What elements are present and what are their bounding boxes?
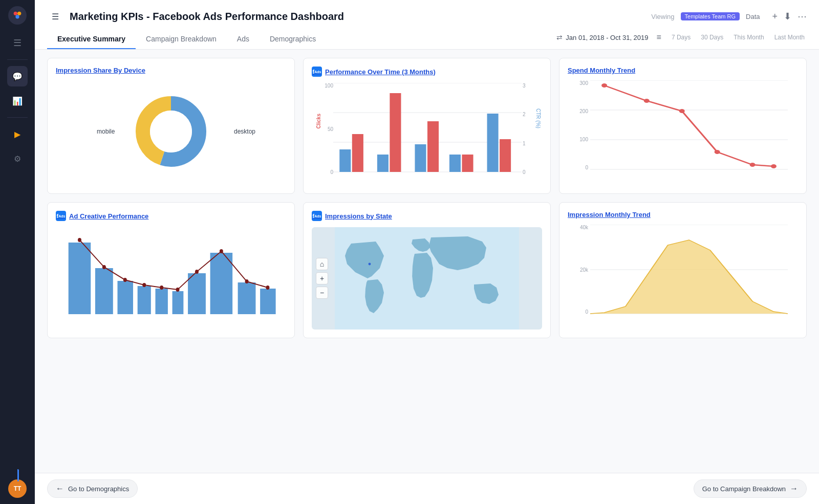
svg-point-55 [220, 249, 223, 253]
svg-rect-11 [352, 134, 363, 172]
map-zoom-in-button[interactable]: + [316, 272, 328, 284]
charts-row-1: Impression Share By Device mobile deskto… [47, 58, 807, 194]
team-badge[interactable]: Templates Team RG [681, 12, 740, 20]
chat-icon: 💬 [12, 72, 23, 81]
spend-trend-title[interactable]: Spend Monthly Trend [568, 67, 798, 74]
date-controls: ⇄ Jan 01, 2018 - Oct 31, 2019 ≡ 7 Days 3… [556, 33, 807, 46]
facebook-icon-2: fAds [56, 211, 66, 221]
tab-campaign-breakdown[interactable]: Campaign Breakdown [136, 30, 227, 49]
svg-point-32 [715, 150, 720, 154]
spend-y-axis: 300 200 100 0 [568, 80, 588, 170]
sidebar-item-play[interactable]: ▶ [7, 124, 28, 144]
map-home-button[interactable]: ⌂ [316, 258, 328, 270]
data-label: Data [746, 13, 760, 20]
svg-point-59 [369, 263, 371, 266]
mobile-label: mobile [97, 128, 115, 135]
download-button[interactable]: ⬇ [784, 11, 791, 22]
spend-chart-svg: Jan Mar Sep [590, 80, 788, 170]
sidebar-item-chart[interactable]: 📊 [7, 91, 28, 111]
svg-point-30 [644, 99, 650, 103]
play-icon: ▶ [14, 129, 20, 139]
tab-executive-summary[interactable]: Executive Summary [47, 30, 136, 49]
svg-point-1 [17, 12, 21, 15]
svg-point-51 [142, 283, 146, 287]
svg-rect-44 [188, 273, 206, 314]
svg-rect-10 [339, 149, 351, 172]
charts-row-2: fAds Ad Creative Performance [47, 202, 807, 338]
map-zoom-out-button[interactable]: − [316, 287, 328, 299]
svg-point-56 [245, 279, 249, 283]
tab-demographics[interactable]: Demographics [260, 30, 326, 49]
svg-rect-47 [260, 289, 275, 314]
svg-point-57 [266, 286, 269, 290]
filter-30days[interactable]: 30 Days [699, 33, 725, 42]
ad-creative-chart-svg [64, 227, 278, 324]
header-actions: + ⬇ ⋯ [772, 11, 807, 22]
impression-monthly-card: Impression Monthly Trend 40k 20k 0 [559, 202, 807, 338]
svg-point-29 [601, 83, 607, 87]
svg-rect-41 [138, 286, 151, 314]
filter-thismonth[interactable]: This Month [731, 33, 766, 42]
impression-y-axis: 40k 20k 0 [568, 225, 588, 315]
filter-7days[interactable]: 7 Days [670, 33, 693, 42]
impressions-state-title[interactable]: fAds Impressions by State [312, 211, 542, 221]
header: ☰ Marketing KPIs - Facebook Ads Performa… [35, 0, 819, 50]
svg-rect-15 [427, 121, 439, 172]
logo[interactable] [8, 6, 27, 25]
filter-icon[interactable]: ≡ [657, 33, 661, 42]
period-filters: 7 Days 30 Days This Month Last Month [670, 33, 807, 42]
calendar-swap-icon: ⇄ [556, 33, 563, 41]
sidebar-item-chat[interactable]: 💬 [7, 66, 28, 86]
hamburger-menu-icon[interactable]: ☰ [7, 33, 28, 53]
svg-point-0 [14, 12, 17, 15]
impression-share-card: Impression Share By Device mobile deskto… [47, 58, 295, 194]
map-container: ⌂ + − [312, 227, 542, 330]
svg-point-34 [771, 164, 777, 168]
next-nav-button[interactable]: Go to Campaign Breakdown → [694, 479, 807, 498]
clicks-y-axis: 100 50 0 [312, 83, 333, 175]
avatar[interactable]: TT [8, 479, 27, 498]
add-button[interactable]: + [772, 11, 778, 22]
facebook-icon-3: fAds [312, 211, 322, 221]
bar-chart-icon: 📊 [12, 96, 23, 106]
sidebar: ☰ 💬 📊 ▶ ⚙ TT [0, 0, 35, 504]
desktop-label: desktop [234, 128, 255, 135]
world-map-svg [312, 227, 542, 330]
ad-creative-title[interactable]: fAds Ad Creative Performance [56, 211, 286, 221]
svg-point-54 [195, 270, 199, 274]
sidebar-bottom: TT [8, 475, 27, 498]
clicks-axis-label: Clicks [316, 114, 321, 128]
svg-point-31 [679, 109, 685, 113]
facebook-icon: fAds [312, 67, 322, 77]
svg-rect-39 [95, 268, 113, 314]
sidebar-divider-2 [7, 117, 28, 118]
svg-point-49 [102, 265, 106, 269]
impression-share-title[interactable]: Impression Share By Device [56, 67, 286, 74]
svg-point-48 [78, 238, 81, 242]
date-range-picker[interactable]: ⇄ Jan 01, 2018 - Oct 31, 2019 [556, 33, 648, 41]
map-controls: ⌂ + − [316, 258, 328, 299]
svg-rect-18 [487, 114, 499, 172]
svg-point-50 [123, 278, 127, 282]
more-button[interactable]: ⋯ [798, 11, 807, 22]
prev-nav-button[interactable]: ← Go to Demographics [47, 479, 138, 498]
svg-rect-38 [69, 243, 91, 314]
svg-rect-12 [377, 155, 389, 172]
dashboard-content: Impression Share By Device mobile deskto… [35, 50, 819, 473]
hamburger-button[interactable]: ☰ [47, 8, 63, 25]
svg-rect-45 [210, 253, 233, 314]
donut-chart-container: mobile desktop [56, 80, 286, 183]
prev-nav-label: Go to Demographics [68, 485, 129, 493]
ctr-y-axis: 3 2 1 0 [523, 83, 542, 175]
filter-lastmonth[interactable]: Last Month [772, 33, 807, 42]
tab-ads[interactable]: Ads [227, 30, 260, 49]
impression-monthly-title[interactable]: Impression Monthly Trend [568, 211, 798, 218]
svg-rect-46 [238, 282, 256, 314]
impression-monthly-svg: Jan Feb Mar May Sep [590, 225, 788, 315]
viewing-label: Viewing [651, 13, 674, 20]
next-nav-label: Go to Campaign Breakdown [702, 485, 786, 493]
tabs-row: Executive Summary Campaign Breakdown Ads… [47, 30, 807, 49]
page-title: Marketing KPIs - Facebook Ads Performanc… [70, 11, 641, 23]
sidebar-item-settings[interactable]: ⚙ [7, 148, 28, 169]
performance-title[interactable]: fAds Performance Over Time (3 Months) [312, 67, 542, 77]
